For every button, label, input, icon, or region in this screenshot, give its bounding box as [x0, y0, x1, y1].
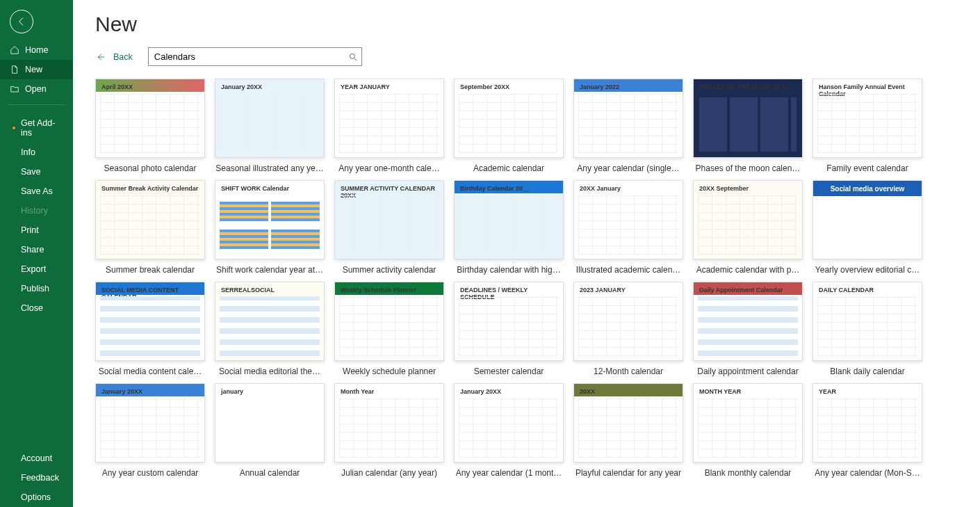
- template-caption: Daily appointment calendar: [693, 367, 803, 376]
- template-tile[interactable]: April 20XXSeasonal photo calendar: [95, 79, 205, 173]
- sidebar-item-options[interactable]: Options: [0, 488, 73, 507]
- template-tile[interactable]: January 2022Any year calendar (single…: [573, 79, 683, 173]
- template-tile[interactable]: januaryAnnual calendar: [215, 383, 325, 478]
- search-icon[interactable]: [348, 52, 358, 62]
- template-caption: Illustrated academic calen…: [573, 265, 683, 275]
- template-tile[interactable]: January 20XXAny year custom calendar: [95, 383, 205, 478]
- template-thumbnail: SOCIAL MEDIA CONTENT CALENDAR: [95, 282, 205, 361]
- template-thumbnail: Daily Appointment Calendar: [693, 282, 803, 361]
- back-link[interactable]: Back: [95, 52, 133, 62]
- template-thumbnail: 20XX September: [693, 180, 803, 259]
- svg-point-0: [350, 54, 354, 58]
- thumbnail-heading: 20XX: [580, 388, 595, 395]
- sidebar-item-label: Open: [25, 84, 47, 94]
- sidebar-item-close[interactable]: Close: [0, 298, 73, 318]
- template-tile[interactable]: September 20XXAcademic calendar: [454, 79, 564, 173]
- template-caption: Birthday calendar with hig…: [454, 265, 564, 275]
- template-thumbnail: January 2022: [573, 79, 683, 158]
- template-search: [148, 47, 362, 66]
- template-thumbnail: YEAR: [812, 383, 922, 462]
- template-caption: Shift work calendar year at…: [215, 265, 325, 275]
- template-tile[interactable]: DEADLINES / WEEKLY SCHEDULESemester cale…: [454, 282, 564, 376]
- template-tile[interactable]: SHIFT WORK CalendarShift work calendar y…: [215, 180, 325, 275]
- thumbnail-heading: September 20XX: [460, 83, 509, 90]
- template-tile[interactable]: 20XX SeptemberAcademic calendar with p…: [693, 180, 803, 275]
- template-tile[interactable]: YEARAny year calendar (Mon-S…: [812, 383, 922, 478]
- template-tile[interactable]: SOCIAL MEDIA CONTENT CALENDARSocial medi…: [95, 282, 205, 376]
- template-tile[interactable]: 2023 JANUARY12-Month calendar: [573, 282, 683, 376]
- sidebar-item-publish[interactable]: Publish: [0, 279, 73, 298]
- thumbnail-heading: January 2022: [580, 83, 619, 90]
- template-caption: Family event calendar: [812, 163, 922, 173]
- thumbnail-heading: SUMMER ACTIVITY CALENDAR 20XX: [341, 185, 443, 199]
- template-tile[interactable]: PHASES OF THE MOON 20 XXPhases of the mo…: [693, 79, 803, 173]
- folder-icon: [10, 84, 19, 94]
- sidebar-item-label: New: [25, 65, 42, 74]
- template-caption: Summer activity calendar: [334, 265, 444, 275]
- thumbnail-heading: january: [221, 388, 243, 395]
- thumbnail-heading: Hanson Family Annual Event Calendar: [819, 83, 922, 97]
- template-tile[interactable]: YEAR JANUARYAny year one-month cale…: [334, 79, 444, 173]
- template-caption: Any year calendar (1 mont…: [454, 468, 564, 478]
- template-caption: Any year calendar (single…: [573, 163, 683, 173]
- sidebar-item-home[interactable]: Home: [0, 40, 73, 60]
- template-tile[interactable]: DAILY CALENDARBlank daily calendar: [812, 282, 922, 376]
- sidebar-item-open[interactable]: Open: [0, 79, 73, 99]
- template-tile[interactable]: Weekly Schedule PlannerWeekly schedule p…: [334, 282, 444, 376]
- template-caption: Any year calendar (Mon-S…: [812, 468, 922, 478]
- sidebar-item-feedback[interactable]: Feedback: [0, 468, 73, 488]
- thumbnail-heading: YEAR JANUARY: [341, 83, 390, 90]
- template-caption: 12-Month calendar: [573, 367, 683, 376]
- thumbnail-heading: Weekly Schedule Planner: [341, 287, 416, 293]
- sidebar-item-info[interactable]: Info: [0, 143, 73, 162]
- thumbnail-heading: April 20XX: [101, 83, 133, 90]
- template-tile[interactable]: Social media overviewYearly overview edi…: [812, 180, 922, 275]
- sidebar-item-save[interactable]: Save: [0, 162, 73, 182]
- template-caption: Weekly schedule planner: [334, 367, 444, 376]
- template-tile[interactable]: Birthday Calendar 20__Birthday calendar …: [454, 180, 564, 275]
- template-tile[interactable]: SUMMER ACTIVITY CALENDAR 20XXSummer acti…: [334, 180, 444, 275]
- sidebar-item-addins[interactable]: Get Add-ins: [0, 113, 73, 143]
- sidebar-item-print[interactable]: Print: [0, 220, 73, 240]
- sidebar-item-export[interactable]: Export: [0, 259, 73, 279]
- template-tile[interactable]: Month YearJulian calendar (any year): [334, 383, 444, 478]
- template-thumbnail: MONTH YEAR: [693, 383, 803, 462]
- thumbnail-heading: PHASES OF THE MOON 20 XX: [699, 83, 790, 90]
- search-input[interactable]: [148, 47, 362, 66]
- template-caption: Social media content cale…: [95, 367, 205, 376]
- sidebar-item-account[interactable]: Account: [0, 449, 73, 468]
- back-button[interactable]: [10, 10, 33, 33]
- template-caption: Phases of the moon calen…: [693, 163, 803, 173]
- arrow-left-icon: [95, 53, 106, 61]
- sidebar-item-new[interactable]: New: [0, 60, 73, 79]
- template-tile[interactable]: MONTH YEARBlank monthly calendar: [693, 383, 803, 478]
- template-tile[interactable]: January 20XXAny year calendar (1 mont…: [454, 383, 564, 478]
- template-caption: Academic calendar with p…: [693, 265, 803, 275]
- sidebar-item-label: Home: [25, 45, 48, 55]
- template-thumbnail: January 20XX: [454, 383, 564, 462]
- sidebar-item-saveas[interactable]: Save As: [0, 182, 73, 201]
- thumbnail-heading: DEADLINES / WEEKLY SCHEDULE: [460, 287, 563, 300]
- thumbnail-heading: 2023 JANUARY: [580, 287, 626, 293]
- thumbnail-heading: Month Year: [341, 388, 374, 395]
- thumbnail-heading: Birthday Calendar 20__: [460, 185, 530, 192]
- template-grid: April 20XXSeasonal photo calendarJanuary…: [95, 79, 961, 478]
- main-area: New Back April 20XXSeasonal photo calend…: [73, 0, 980, 507]
- template-tile[interactable]: 20XX JanuaryIllustrated academic calen…: [573, 180, 683, 275]
- template-tile[interactable]: Daily Appointment CalendarDaily appointm…: [693, 282, 803, 376]
- thumbnail-heading: DAILY CALENDAR: [819, 287, 874, 293]
- template-tile[interactable]: Summer Break Activity CalendarSummer bre…: [95, 180, 205, 275]
- thumbnail-heading: MONTH YEAR: [699, 388, 741, 395]
- template-tile[interactable]: Hanson Family Annual Event CalendarFamil…: [812, 79, 922, 173]
- template-thumbnail: April 20XX: [95, 79, 205, 158]
- template-tile[interactable]: January 20XXSeasonal illustrated any ye…: [215, 79, 325, 173]
- template-thumbnail: january: [215, 383, 325, 462]
- thumbnail-heading: SERREALSOCIAL: [221, 287, 275, 293]
- sidebar-item-share[interactable]: Share: [0, 240, 73, 259]
- sidebar-item-history: History: [0, 201, 73, 220]
- template-tile[interactable]: SERREALSOCIALSocial media editorial the…: [215, 282, 325, 376]
- template-caption: Academic calendar: [454, 163, 564, 173]
- template-thumbnail: January 20XX: [215, 79, 325, 158]
- template-tile[interactable]: 20XXPlayful calendar for any year: [573, 383, 683, 478]
- thumbnail-heading: SOCIAL MEDIA CONTENT CALENDAR: [101, 287, 204, 300]
